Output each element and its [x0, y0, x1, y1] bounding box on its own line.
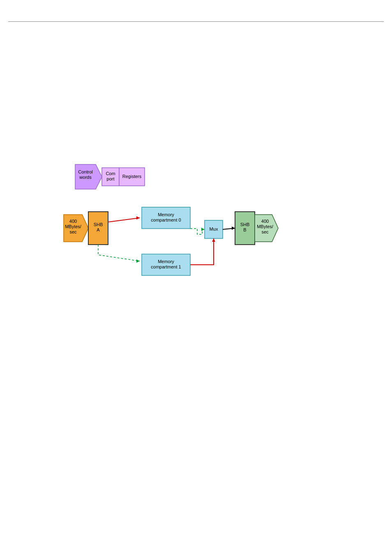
shb-a-label1: SHB [94, 222, 103, 227]
input-400-label3: sec [69, 229, 77, 234]
control-words-label2: words [79, 175, 92, 180]
mem-comp-0-label2: compartment 0 [151, 217, 181, 222]
input-400-label2: MBytes/ [65, 224, 82, 229]
arrow-mux-to-shbb-head [232, 227, 235, 230]
top-border [8, 21, 384, 22]
control-words-label: Control [78, 169, 92, 174]
shb-b-label1: SHB [240, 222, 250, 227]
output-400-label3: sec [261, 229, 269, 234]
mux-label: Mux [210, 227, 218, 231]
arrow-mem0-to-mux-head [201, 228, 205, 231]
arrow-shba-to-mem1-head [136, 259, 140, 263]
mem-comp-1-label2: compartment 1 [151, 264, 181, 269]
shb-a-label2: A [97, 227, 100, 232]
mem-comp-1-label1: Memory [158, 259, 174, 264]
diagram-svg: Control words Com port Registers 400 MBy… [0, 25, 392, 312]
registers-label: Registers [122, 174, 142, 179]
com-port-label: Com [106, 171, 115, 176]
arrow-shba-to-mem0 [108, 218, 140, 222]
com-port-label2: port [107, 176, 115, 181]
diagram-area: Control words Com port Registers 400 MBy… [0, 25, 392, 312]
arrow-mem1-to-mux [190, 238, 214, 265]
output-400-label1: 400 [261, 219, 269, 224]
arrow-shba-to-mem0-head [136, 216, 140, 220]
input-400-label1: 400 [69, 219, 77, 224]
mem-comp-0-label1: Memory [158, 212, 174, 217]
arrow-shba-to-mem1 [98, 245, 140, 261]
output-400-label2: MBytes/ [257, 224, 274, 229]
arrow-mem1-to-mux-head [212, 238, 215, 242]
shb-b-label2: B [243, 227, 246, 232]
